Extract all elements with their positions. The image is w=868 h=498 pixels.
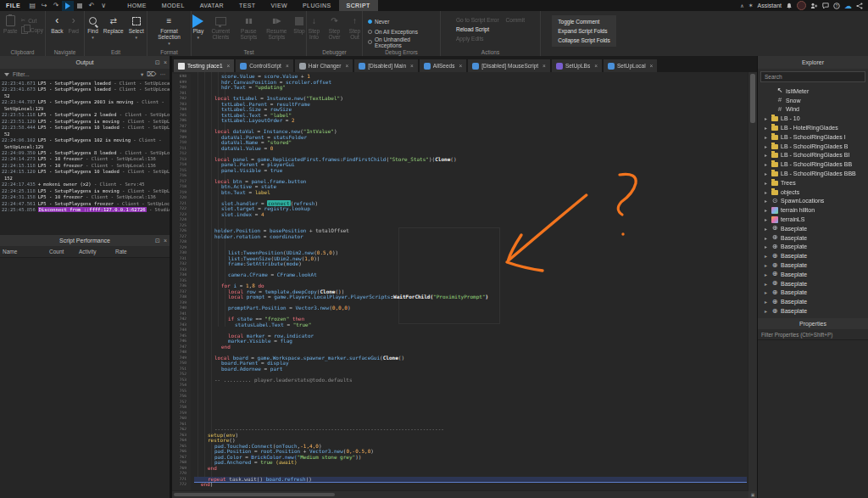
find-button[interactable]: Find▾ [86,14,100,42]
file-menu[interactable]: FILE [0,3,26,8]
quick-play-button[interactable] [62,1,74,11]
step-over-button[interactable]: ↷Step Over [326,14,344,41]
menu-tab-script[interactable]: SCRIPT [339,0,378,11]
float-panel-icon[interactable]: ⊡ [155,238,160,244]
collapse-ribbon-icon[interactable]: ∧ [740,3,743,8]
close-tab-icon[interactable]: × [650,63,654,69]
quick-stop-button[interactable] [74,1,86,11]
paste-button[interactable]: Paste [2,14,19,35]
output-log[interactable]: 22:23:41.671LP5 - SetupPlaygens loaded -… [0,81,170,235]
expand-arrow-icon[interactable]: ▸ [765,299,771,305]
expand-arrow-icon[interactable]: ▸ [765,243,771,249]
expand-arrow-icon[interactable]: ▸ [765,253,771,259]
expand-arrow-icon[interactable]: ▸ [765,289,771,295]
close-tab-icon[interactable]: × [345,63,348,69]
clear-output-icon[interactable]: ⌦ [147,70,156,78]
explorer-item-spawnlocations[interactable]: ▸⊙SpawnLocations [758,197,868,206]
explorer-item-lb-hotelringglades[interactable]: ▸LB - HotelRingGlades [758,123,868,132]
expand-arrow-icon[interactable]: ▸ [765,216,771,222]
share-icon[interactable] [856,3,863,9]
close-panel-icon[interactable]: × [164,59,167,65]
cut-button[interactable]: ✂Cut [21,17,43,24]
explorer-item-baseplate[interactable]: ▸⊕Baseplate [758,243,868,252]
script-tab[interactable]: Testing place1× [174,59,234,72]
help-icon[interactable]: ? [833,3,840,9]
explorer-search-input[interactable]: Search [760,71,865,82]
perf-column-rate[interactable]: Rate [113,249,141,255]
step-into-button[interactable]: ↓Step Into [305,14,324,41]
expand-arrow-icon[interactable]: ▸ [765,161,771,167]
user-avatar[interactable] [797,1,806,10]
menu-tab-home[interactable]: HOME [120,0,154,11]
debug-errors-option[interactable]: On Unhandled Exceptions [368,38,438,47]
debug-errors-option[interactable]: Never [368,18,438,26]
script-tab[interactable]: Hair Changer× [295,59,353,72]
menu-tab-plugins[interactable]: PLUGINS [295,0,339,11]
script-tab[interactable]: ControlScript× [236,59,292,72]
script-performance-body[interactable] [0,257,170,498]
menu-tab-avatar[interactable]: AVATAR [192,0,231,11]
commit-button[interactable]: Commit [506,17,525,23]
output-filter-input[interactable]: Filter... [13,71,137,77]
expand-arrow-icon[interactable]: ▸ [765,207,771,213]
explorer-item-baseplate[interactable]: ▸⊕Baseplate [758,279,868,288]
explorer-item-baseplate[interactable]: ▸⊕Baseplate [758,224,868,233]
menu-tab-test[interactable]: TEST [231,0,264,11]
reload-script-button[interactable]: Reload Script [456,26,525,32]
explorer-item-lb-schoolringglades-i[interactable]: ▸LB - SchoolRingGlades I [758,132,868,142]
assistant-button[interactable]: Assistant [758,3,782,8]
expand-script-folds-button[interactable]: Expand Script Folds [558,28,609,34]
explorer-item-terrainls[interactable]: ▸terrainLS [758,215,868,224]
explorer-item-baseplate[interactable]: ▸⊕Baseplate [758,260,868,270]
explorer-item-baseplate[interactable]: ▸⊕Baseplate [758,270,868,279]
expand-arrow-icon[interactable]: ▸ [765,226,771,232]
explorer-item-lb-schoolringglades-bbb[interactable]: ▸LB - SchoolRingGlades BBB [758,169,868,178]
expand-arrow-icon[interactable]: ▸ [765,152,771,158]
pause-scripts-button[interactable]: ▮▮Pause Scripts [236,14,261,41]
menu-tab-model[interactable]: MODEL [154,0,192,11]
script-tab[interactable]: [Disabled] Main× [354,59,418,72]
back-button[interactable]: ‹Back [49,14,64,35]
explorer-panel[interactable]: Search ↖IsItMeter#Snow#Wind▸LB - 10▸LB -… [758,69,868,318]
undo-icon[interactable]: ↶ [86,1,97,11]
expand-arrow-icon[interactable]: ▸ [765,180,771,186]
editor-vertical-scrollbar[interactable] [748,72,757,491]
expand-arrow-icon[interactable]: ▸ [765,281,771,287]
explorer-item-baseplate[interactable]: ▸⊕Baseplate [758,233,868,243]
expand-arrow-icon[interactable]: ▸ [765,171,771,176]
close-tab-icon[interactable]: × [227,63,231,69]
explorer-item-baseplate[interactable]: ▸⊕Baseplate [758,251,868,260]
play-button[interactable]: Play▾ [191,14,205,42]
expand-arrow-icon[interactable]: ▸ [765,143,771,149]
close-tab-icon[interactable]: × [594,63,598,69]
cloud-sync-icon[interactable]: ☁ [844,2,852,10]
explorer-item-objects[interactable]: ▸objects [758,187,868,197]
toggle-comment-button[interactable]: Toggle Comment [558,19,609,25]
explorer-item-baseplate[interactable]: ▸⊕Baseplate [758,306,868,316]
close-panel-icon[interactable]: × [164,238,167,243]
add-collaborator-icon[interactable] [810,3,818,9]
copy-button[interactable]: Copy [21,26,43,34]
explorer-item-baseplate[interactable]: ▸⊕Baseplate [758,297,868,306]
step-out-button[interactable]: ↑Step Out [346,14,364,41]
explorer-item-lb-schoolringglades-bb[interactable]: ▸LB - SchoolRingGlades BB [758,159,868,169]
current-clients-button[interactable]: Current Clients [207,14,234,41]
explorer-item-wind[interactable]: #Wind [758,105,868,115]
script-tab[interactable]: [Disabled] MouseScript× [468,59,550,72]
explorer-item-baseplate[interactable]: ▸⊕Baseplate [758,288,868,298]
filter-dropdown-icon[interactable]: ▾ [141,71,143,78]
editor-horizontal-scrollbar[interactable] [172,490,748,498]
expand-arrow-icon[interactable]: ▸ [765,235,771,241]
comments-icon[interactable] [822,3,829,9]
close-tab-icon[interactable]: × [459,63,462,69]
notifications-bell-icon[interactable] [786,3,793,9]
explorer-item-lb-schoolringglades-b[interactable]: ▸LB - SchoolRingGlades B [758,142,868,151]
debug-errors-option[interactable]: On All Exceptions [368,28,438,36]
properties-body[interactable] [758,340,868,498]
output-menu-icon[interactable]: ⋯ [160,71,166,78]
scrollbar-thumb[interactable] [174,493,335,496]
code-line[interactable]: end) [194,482,747,488]
explorer-item-lb-10[interactable]: ▸LB - 10 [758,114,868,123]
expand-arrow-icon[interactable]: ▸ [765,271,771,277]
goto-script-error-button[interactable]: Go to Script Error [456,17,499,23]
